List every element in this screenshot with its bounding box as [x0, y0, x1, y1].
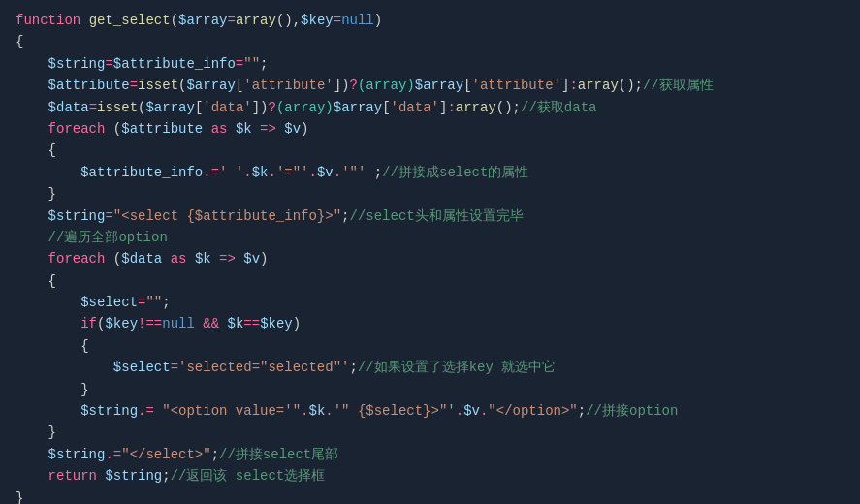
code-token: .: [334, 162, 341, 183]
code-token: as: [171, 248, 187, 269]
code-token: }: [16, 488, 23, 504]
code-token: ]: [334, 75, 341, 96]
code-line: return $string;//返回该 select选择框: [0, 465, 860, 487]
code-token: $k: [308, 400, 325, 422]
code-token: =: [130, 75, 138, 96]
code-token: isset: [97, 97, 138, 118]
code-token: [16, 379, 80, 400]
code-token: $attribute: [48, 75, 130, 96]
code-token: .: [480, 400, 488, 422]
code-token: ;: [211, 444, 219, 465]
code-token: ): [260, 97, 268, 118]
code-line: }: [0, 422, 860, 443]
code-line: foreach ($attribute as $k => $v): [0, 118, 860, 140]
code-token: [: [195, 97, 203, 118]
code-token: [: [463, 75, 471, 96]
code-token: //获取data: [521, 97, 596, 118]
code-token: ]: [439, 97, 447, 118]
code-token: ): [301, 118, 308, 140]
code-token: 'attribute': [243, 75, 333, 96]
code-token: (: [105, 118, 121, 140]
code-line: }: [0, 488, 860, 504]
code-token: ): [260, 248, 268, 269]
code-token: [97, 465, 105, 487]
code-token: [16, 292, 80, 313]
code-token: //拼接option: [586, 400, 678, 422]
code-token: $k: [195, 248, 211, 269]
code-token: foreach: [48, 248, 106, 269]
code-token: "<select {$attribute_info}>": [113, 205, 341, 227]
code-token: (: [138, 97, 145, 118]
code-line: function get_select($array=array(),$key=…: [0, 10, 860, 31]
code-token: [162, 248, 170, 269]
code-token: //select头和属性设置完毕: [349, 205, 523, 227]
code-token: =: [105, 205, 112, 227]
code-token: 'attribute': [472, 75, 561, 96]
code-token: &&: [203, 313, 219, 334]
code-line: $string.="</select>";//拼接select尾部: [0, 444, 860, 465]
code-token: return: [48, 465, 97, 487]
code-token: [186, 248, 194, 269]
code-token: ();: [496, 97, 521, 118]
code-token: =: [227, 10, 235, 31]
code-token: $attribute: [121, 118, 203, 140]
code-token: "<option value='": [154, 400, 301, 422]
code-token: null: [162, 313, 195, 334]
code-token: =: [138, 292, 145, 313]
code-token: (: [105, 248, 121, 269]
code-token: }: [80, 379, 88, 400]
code-token: 'selected="selected"': [178, 357, 349, 378]
code-token: $v: [463, 400, 480, 422]
code-token: //遍历全部option: [48, 227, 168, 248]
code-token: '" {$select}>"': [334, 400, 456, 422]
code-token: {: [80, 335, 88, 357]
code-token: =>: [211, 248, 244, 269]
code-token: $string: [80, 400, 138, 422]
code-token: $string: [48, 205, 106, 227]
code-token: $array: [186, 75, 235, 96]
code-token: $k: [228, 313, 244, 334]
code-token: [16, 97, 48, 118]
code-token: $array: [415, 75, 463, 96]
code-token: //拼接成select的属性: [382, 162, 528, 183]
code-token: [16, 183, 48, 205]
code-token: $select: [113, 357, 171, 378]
code-token: $v: [317, 162, 334, 183]
code-token: {: [48, 270, 56, 292]
code-token: ;: [366, 162, 382, 183]
code-token: foreach: [48, 118, 106, 140]
code-line: $select="";: [0, 292, 860, 313]
code-token: "": [243, 53, 260, 75]
code-token: ==: [243, 313, 260, 334]
code-token: ]: [252, 97, 260, 118]
code-token: .=: [138, 400, 154, 422]
code-token: .: [301, 400, 308, 422]
code-token: $string: [48, 53, 106, 75]
code-token: }: [48, 183, 56, 205]
code-line: $string=$attribute_info="";: [0, 53, 860, 75]
code-token: (array): [276, 97, 334, 118]
code-token: $attribute_info: [80, 162, 203, 183]
code-token: ): [341, 75, 349, 96]
code-token: [16, 75, 48, 96]
code-line: //遍历全部option: [0, 227, 860, 248]
code-token: ?: [269, 97, 276, 118]
code-token: "</option>": [488, 400, 577, 422]
code-token: [16, 335, 80, 357]
code-token: (),: [276, 10, 301, 31]
code-token: 'data': [203, 97, 251, 118]
code-token: ;: [260, 53, 268, 75]
code-token: ;: [162, 465, 170, 487]
code-token: .: [309, 162, 317, 183]
code-line: if($key!==null && $k==$key): [0, 313, 860, 334]
code-token: [16, 227, 48, 248]
code-token: (: [171, 10, 178, 31]
code-token: ;: [349, 357, 357, 378]
code-token: [16, 465, 48, 487]
code-line: foreach ($data as $k => $v): [0, 248, 860, 269]
code-token: ): [293, 313, 301, 334]
code-token: [16, 162, 80, 183]
code-token: [16, 140, 48, 161]
code-line: }: [0, 183, 860, 205]
code-token: $string: [105, 465, 162, 487]
